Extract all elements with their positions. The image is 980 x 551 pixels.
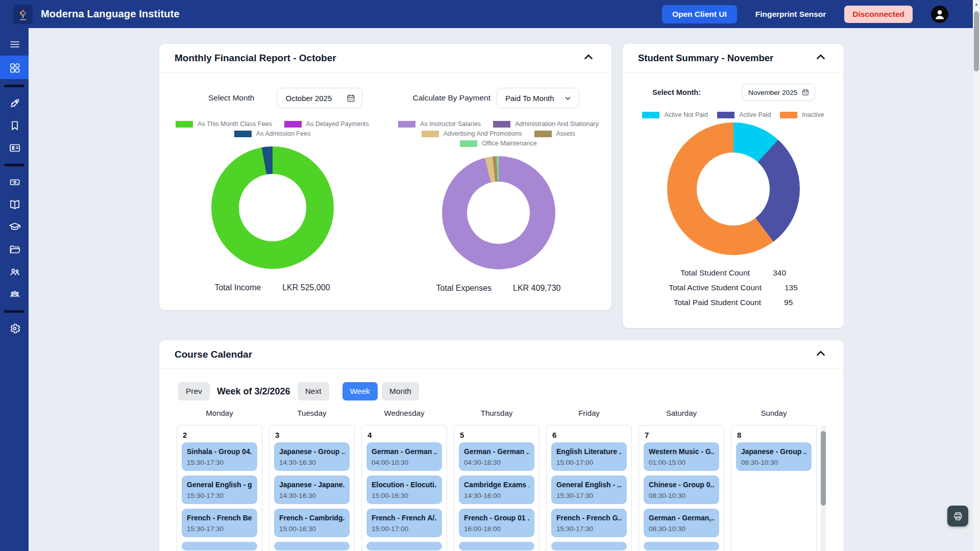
day-name: Sunday: [731, 409, 817, 419]
calendar-event[interactable]: [274, 542, 350, 550]
sidebar-item-courses[interactable]: [0, 193, 29, 215]
page-scrollbar-thumb[interactable]: [974, 11, 979, 71]
calendar-prev-button[interactable]: Prev: [178, 382, 210, 400]
calendar-event[interactable]: French - French A/...15:00-17:00: [366, 509, 442, 537]
financial-collapse-button[interactable]: [581, 49, 596, 66]
legend-label: As This Month Class Fees: [198, 120, 272, 128]
calculate-by-payment-select[interactable]: Paid To Month: [497, 88, 579, 108]
calendar-event[interactable]: Sinhala - Group 04...15:30-17:30: [182, 442, 257, 471]
printer-icon: [952, 511, 964, 522]
day-cell[interactable]: 3 Japanese - Group ...14:30-16:30Japanes…: [269, 425, 355, 551]
id-card-icon: [9, 142, 20, 154]
fingerprint-status-badge: Disconnected: [844, 6, 913, 23]
total-expenses-value: LKR 409,730: [513, 284, 560, 293]
sidebar-item-students[interactable]: [0, 261, 29, 282]
event-time: 15:00-17:00: [372, 524, 437, 534]
calendar-event[interactable]: French - Cambridg...15:00-16:30: [274, 509, 350, 537]
calendar-event[interactable]: Japanese - Japane...14:30-16:30: [274, 475, 350, 504]
rocket-icon: [9, 97, 20, 109]
day-cell[interactable]: 6 English Literature ...15:00-17:00Gener…: [546, 425, 632, 551]
event-time: 08:30-10:30: [649, 491, 714, 500]
calendar-event[interactable]: German - German ...04:30-18:30: [459, 442, 534, 471]
calendar-event[interactable]: German - German ...04:00-10:30: [366, 442, 442, 471]
legend-swatch: [460, 140, 477, 147]
sidebar-item-settings[interactable]: [0, 317, 29, 339]
calendar-event[interactable]: Cambridge Exams ...14:30-16:00: [459, 475, 534, 504]
sidebar-item-classes[interactable]: [0, 216, 29, 237]
person-icon: [932, 7, 947, 22]
calendar-grid: Monday 2 Sinhala - Group 04...15:30-17:3…: [159, 409, 844, 551]
calendar-month-view-button[interactable]: Month: [382, 382, 419, 400]
sidebar-divider: [4, 310, 24, 313]
event-title: French - French G...: [556, 513, 622, 523]
user-avatar[interactable]: [931, 6, 948, 23]
sidebar-divider: [4, 164, 24, 166]
calendar-event[interactable]: German - German,...08:30-10:30: [644, 509, 719, 537]
calendar-next-button[interactable]: Next: [298, 382, 329, 400]
event-time: 08:30-10:30: [649, 524, 714, 534]
sidebar-item-id-cards[interactable]: [0, 137, 29, 158]
monthly-financial-report-card: Monthly Financial Report - October Selec…: [159, 44, 611, 310]
legend-label: Inactive: [802, 111, 824, 118]
bookmark-icon: [9, 119, 20, 131]
calendar-event[interactable]: [366, 542, 442, 550]
event-title: English Literature ...: [556, 446, 622, 457]
legend-swatch: [493, 121, 510, 128]
calendar-event[interactable]: French - French Be...15:30-17:30: [182, 509, 257, 537]
event-time: 14:30-16:30: [279, 458, 345, 467]
open-client-ui-button[interactable]: Open Client UI: [662, 5, 737, 23]
stat-value: 95: [784, 298, 793, 307]
calendar-event[interactable]: Elocution - Elocuti...15:00-16:30: [366, 475, 442, 504]
calendar-scrollbar[interactable]: [821, 425, 826, 551]
day-cell[interactable]: 7 Western Music - G...01:00-15:00Chinese…: [639, 425, 724, 551]
calendar-event[interactable]: [551, 542, 627, 550]
calendar-event[interactable]: General English - ...15:30-17:30: [551, 475, 627, 504]
calendar-event[interactable]: [459, 542, 534, 550]
student-month-value: November 2025: [748, 89, 797, 96]
graduation-cap-icon: [9, 221, 20, 233]
sidebar-item-quick-start[interactable]: [0, 92, 29, 113]
day-cell[interactable]: 5 German - German ...04:30-18:30Cambridg…: [454, 425, 540, 551]
day-name: Saturday: [639, 409, 724, 419]
event-list: English Literature ...15:00-17:00General…: [551, 442, 627, 550]
calendar-event[interactable]: Japanese - Group ...14:30-16:30: [274, 442, 350, 471]
legend-swatch: [642, 112, 659, 118]
student-summary-collapse-button[interactable]: [813, 49, 828, 66]
event-time: 16:00-18:00: [464, 524, 529, 534]
sidebar-menu-toggle[interactable]: [0, 33, 29, 55]
sidebar-item-bookmarks[interactable]: [0, 114, 29, 136]
calendar-event[interactable]: [182, 542, 257, 550]
print-button[interactable]: [947, 506, 968, 527]
calendar-event[interactable]: [644, 542, 719, 550]
total-expenses-label: Total Expenses: [436, 284, 492, 293]
chevron-up-icon: [582, 51, 595, 64]
sidebar-item-dashboard[interactable]: [0, 56, 29, 79]
student-month-input[interactable]: November 2025: [742, 84, 815, 101]
day-cell[interactable]: 4 German - German ...04:00-10:30Elocutio…: [361, 425, 447, 551]
sidebar-item-files[interactable]: [0, 238, 29, 260]
chevron-down-icon: [563, 93, 573, 103]
calendar-event[interactable]: French - Group 01 ...16:00-18:00: [459, 509, 534, 537]
day-date: 4: [368, 431, 442, 439]
scroll-up-arrow-icon[interactable]: ▲: [974, 2, 978, 7]
calendar-event[interactable]: Western Music - G...01:00-15:00: [644, 442, 719, 471]
legend-item: Assets: [534, 130, 576, 137]
calendar-event[interactable]: General English - g...15:30-17:30: [182, 475, 257, 504]
calendar-collapse-button[interactable]: [813, 346, 828, 363]
calendar-scrollbar-thumb[interactable]: [821, 431, 826, 506]
day-date: 8: [737, 431, 812, 439]
calendar-event[interactable]: Japanese - Group ...08:30-10:30: [736, 442, 812, 471]
calendar-event[interactable]: French - French G...15:30-17:30: [551, 509, 627, 537]
sidebar-item-payments[interactable]: [0, 171, 29, 192]
page-scrollbar[interactable]: ▲: [973, 0, 980, 551]
calendar-week-view-button[interactable]: Week: [342, 382, 378, 400]
day-cell[interactable]: 2 Sinhala - Group 04...15:30-17:30Genera…: [177, 425, 262, 551]
calendar-event[interactable]: Chinese - Group 0...08:30-10:30: [644, 475, 719, 504]
income-legend: As This Month Class FeesAs Delayed Payme…: [169, 120, 376, 137]
calendar-event[interactable]: English Literature ...15:00-17:00: [551, 442, 627, 471]
event-time: 15:00-16:30: [279, 524, 345, 534]
day-cell[interactable]: 8 Japanese - Group ...08:30-10:30: [731, 425, 817, 551]
financial-month-input[interactable]: October 2025: [277, 88, 362, 108]
sidebar-item-groups[interactable]: [0, 283, 29, 305]
calendar-day-column: Saturday 7 Western Music - G...01:00-15:…: [639, 409, 724, 551]
